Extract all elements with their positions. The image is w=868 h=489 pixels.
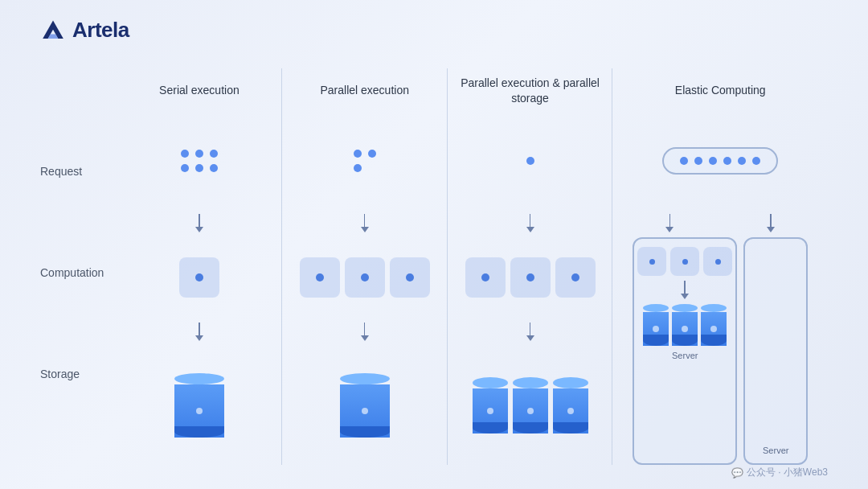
comp-box: [637, 247, 666, 276]
serial-header-text: Serial execution: [159, 83, 240, 97]
comp-dot: [526, 273, 534, 281]
cyl-top: [553, 377, 588, 388]
comp-box: [555, 257, 596, 298]
computation-label: Computation: [40, 266, 117, 279]
arrow-down: [195, 323, 203, 341]
parallel-storage-body: [448, 113, 613, 465]
cyl-dot: [682, 326, 688, 332]
dot: [752, 157, 760, 165]
elastic-arrows-1: [619, 209, 821, 237]
server-box-1: Server: [633, 237, 737, 465]
arrow-down: [665, 214, 674, 232]
server2-label: Server: [763, 446, 788, 455]
ps-comp-boxes: [465, 257, 596, 298]
dot: [210, 164, 218, 172]
dot: [680, 157, 688, 165]
elastic-request-box: [662, 147, 778, 175]
comp-dot: [481, 273, 489, 281]
arrow-line: [364, 214, 366, 227]
comp-dot: [406, 273, 414, 281]
dot: [181, 164, 189, 172]
serial-computation: [123, 237, 276, 318]
dot: [738, 157, 746, 165]
serial-arrow-2: [195, 318, 203, 346]
storage-label: Storage: [40, 368, 117, 380]
cylinder: [553, 377, 588, 434]
serial-cylinders: [174, 373, 224, 438]
dot: [210, 150, 218, 158]
cyl-top: [174, 373, 224, 384]
cylinder: [701, 304, 727, 346]
arrow-head: [195, 227, 203, 232]
cyl-body: [701, 312, 727, 346]
arrow-line: [770, 214, 772, 227]
col-header-elastic: Elastic Computing: [669, 68, 772, 113]
comp-box: [300, 257, 340, 298]
cyl-dot: [567, 408, 574, 414]
comp-dot: [649, 259, 655, 265]
arrow-line: [669, 214, 671, 227]
dot: [368, 150, 376, 158]
dot: [181, 150, 189, 158]
logo: Artela: [40, 18, 129, 43]
comp-box: [510, 257, 551, 298]
ps-computation: [454, 237, 607, 318]
cylinder: [174, 373, 224, 438]
cylinder: [473, 377, 508, 434]
request-label: Request: [40, 165, 117, 178]
serial-arrow-1: [195, 209, 203, 237]
comp-dot: [715, 259, 721, 265]
comp-box: [345, 257, 385, 298]
dot: [354, 164, 362, 172]
arrow-head: [361, 335, 369, 341]
cylinder: [340, 373, 390, 438]
parallel-arrow-1: [361, 209, 369, 237]
cyl-body: [553, 388, 588, 434]
watermark-text: 公众号 · 小猪Web3: [747, 466, 828, 479]
columns-area: Serial execution: [117, 68, 828, 465]
logo-text: Artela: [72, 18, 129, 43]
parallel-request: [289, 113, 441, 209]
parallel-body: [282, 113, 448, 465]
main-diagram: Request Computation Storage Serial execu…: [40, 68, 828, 465]
column-parallel: Parallel execution: [282, 68, 448, 465]
comp-dot: [316, 273, 324, 281]
serial-comp-boxes: [179, 257, 219, 298]
arrow-head: [361, 227, 369, 232]
cyl-dot: [362, 408, 368, 414]
comp-box: [670, 247, 699, 276]
dot: [354, 150, 362, 158]
cyl-top: [513, 377, 548, 388]
cyl-body: [672, 312, 698, 346]
serial-storage: [123, 346, 276, 465]
cyl-top: [701, 304, 727, 312]
column-serial: Serial execution: [117, 68, 282, 465]
comp-dot: [571, 273, 579, 281]
comp-box: [703, 247, 732, 276]
arrow-down: [361, 323, 369, 341]
cylinder: [513, 377, 548, 434]
dot: [723, 157, 731, 165]
dot: [526, 157, 534, 165]
cyl-body: [513, 388, 548, 434]
col-header-serial: Serial execution: [153, 68, 246, 113]
parallel-header-text: Parallel execution: [320, 83, 409, 97]
arrow-down: [767, 214, 775, 232]
column-parallel-storage: Parallel execution & parallel storage: [448, 68, 613, 465]
serial-body: [117, 113, 282, 465]
parallel-arrow-2: [361, 318, 369, 346]
dot: [195, 150, 203, 158]
comp-dot: [195, 273, 203, 281]
col-header-parallel-storage: Parallel execution & parallel storage: [448, 68, 613, 113]
cyl-dot: [487, 408, 493, 414]
logo-icon: [40, 19, 66, 42]
cyl-top: [672, 304, 698, 312]
parallel-comp-boxes: [300, 257, 430, 298]
server1-label: Server: [672, 351, 698, 360]
arrow-head: [681, 294, 689, 299]
comp-box: [390, 257, 430, 298]
server1-storage: [643, 304, 727, 346]
cyl-body: [473, 388, 508, 434]
arrow-line: [684, 281, 686, 294]
wechat-icon: 💬: [731, 467, 743, 479]
